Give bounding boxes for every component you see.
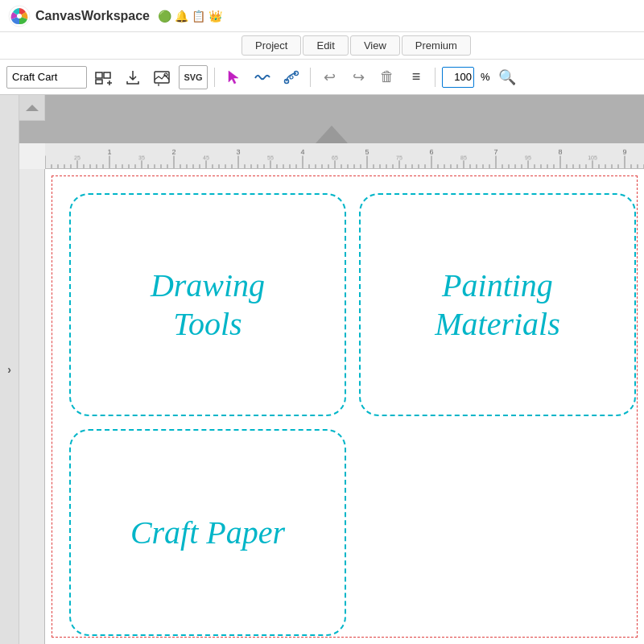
card-drawing-tools-text: DrawingTools [151,266,265,344]
redo-button[interactable]: ↪ [346,65,370,89]
menu-edit[interactable]: Edit [303,35,348,56]
svg-rect-4 [96,80,102,84]
painting-materials-line1: PaintingMaterials [435,267,560,342]
zoom-input[interactable] [442,67,474,88]
svg-rect-2 [96,72,102,78]
card-painting-materials: PaintingMaterials [359,193,636,416]
card-grid: DrawingTools PaintingMaterials Craft Pap… [69,193,636,636]
card-drawing-tools: DrawingTools [69,193,346,416]
project-name-input[interactable] [6,66,87,89]
import-icon [153,68,171,86]
collapse-panel[interactable]: › [0,95,19,644]
add-grid-icon [95,68,113,86]
app-name: CanvasWorkspace [35,9,150,23]
title-bar: CanvasWorkspace 🟢 🔔 📋 👑 [0,0,644,32]
delete-button[interactable]: 🗑 [375,65,399,89]
scroll-arrow-up [316,126,348,143]
download-icon [124,68,142,86]
page-area: DrawingTools PaintingMaterials Craft Pap… [45,169,644,644]
undo-button[interactable]: ↩ [317,65,341,89]
cursor-icon [225,69,242,85]
card-craft-paper: Craft Paper [69,429,346,636]
svg-label: SVG [184,72,202,82]
svg-point-1 [17,14,22,19]
search-button[interactable]: 🔍 [495,65,519,89]
app-logo: CanvasWorkspace [8,5,150,27]
canvas-container: DrawingTools PaintingMaterials Craft Pap… [19,95,644,644]
title-icon-group: 🟢 🔔 📋 👑 [158,10,222,23]
menu-view[interactable]: View [350,35,400,56]
top-strip [19,95,644,143]
horizontal-ruler [45,143,644,169]
card-craft-paper-text: Craft Paper [130,514,285,552]
svg-rect-3 [104,72,110,78]
toolbar-sep-1 [214,68,215,87]
menu-premium[interactable]: Premium [402,35,471,56]
collapse-arrow: › [7,363,11,376]
svg-point-12 [290,76,293,79]
cursor-tool-button[interactable] [221,65,246,89]
text-button[interactable]: ≡ [404,65,428,89]
craft-paper-line1: Craft Paper [130,514,285,551]
add-grid-button[interactable] [92,65,116,89]
card-painting-materials-text: PaintingMaterials [435,266,560,344]
toolbar-sep-3 [435,68,436,87]
icon-alert: 🔔 [175,10,188,23]
workspace: › [0,95,644,644]
icon-crown: 👑 [208,10,222,23]
icon-green: 🟢 [158,10,171,23]
v-ruler-canvas [19,169,44,644]
drawing-tools-line1: DrawingTools [151,267,265,342]
vertical-ruler [19,169,45,644]
menu-bar: Project Edit View Premium [0,32,644,60]
design-page: DrawingTools PaintingMaterials Craft Pap… [45,169,644,644]
menu-project[interactable]: Project [242,35,301,56]
corner-triangle [26,105,39,111]
import-button[interactable] [150,65,174,89]
h-ruler-canvas [45,143,644,168]
toolbar: SVG ↩ ↪ 🗑 ≡ % 🔍 [0,60,644,95]
node-tool-button[interactable] [279,65,303,89]
logo-icon [8,5,31,27]
icon-clip: 📋 [192,10,205,23]
zoom-pct-label: % [481,71,490,83]
ruler-corner [19,95,45,121]
toolbar-sep-2 [310,68,311,87]
download-button[interactable] [121,65,145,89]
svg-button[interactable]: SVG [179,65,208,89]
node-icon [283,68,300,86]
wave-tool-button[interactable] [250,65,275,89]
wave-icon [254,68,271,86]
